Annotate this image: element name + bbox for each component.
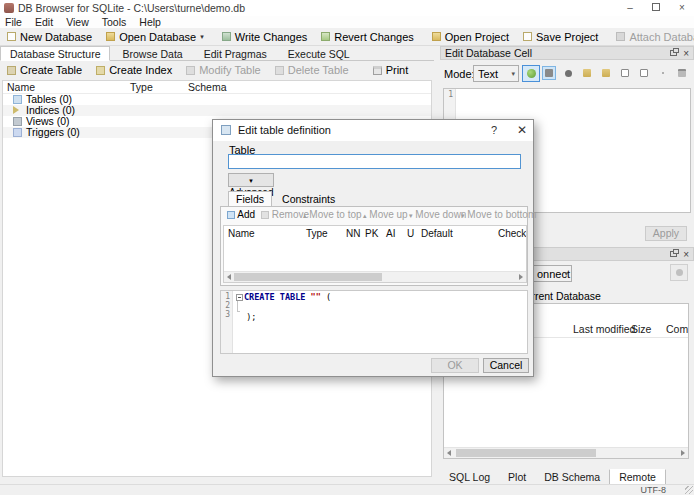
scroll-thumb[interactable] — [234, 273, 382, 281]
tree-column-name[interactable]: Name — [7, 81, 35, 93]
menu-help[interactable]: Help — [134, 16, 166, 28]
main-tab-bar: Database Structure Browse Data Edit Prag… — [0, 46, 434, 61]
edit-table-dialog: Edit table definition ? ✕ Table ▼ Advanc… — [212, 119, 534, 377]
move-top-button: ▴ Move to top — [303, 209, 362, 220]
import-button[interactable] — [580, 66, 594, 80]
text-format-button[interactable] — [542, 66, 556, 80]
save-as-button[interactable] — [618, 66, 632, 80]
scroll-thumb[interactable] — [456, 449, 596, 457]
tab-constraints[interactable]: Constraints — [275, 192, 342, 206]
export-button[interactable] — [599, 66, 613, 80]
dialog-close-button[interactable]: ✕ — [513, 120, 531, 141]
tree-column-schema[interactable]: Schema — [188, 81, 227, 93]
tables-icon — [13, 95, 22, 104]
remote-float-icon[interactable] — [670, 251, 677, 257]
tab-browse-data[interactable]: Browse Data — [114, 47, 192, 61]
overflow-dot — [656, 66, 670, 80]
save-project-button[interactable]: Save Project — [516, 29, 605, 45]
fold-guide-line — [237, 301, 238, 312]
create-index-icon — [96, 66, 105, 75]
tab-db-schema[interactable]: DB Schema — [535, 470, 609, 485]
remote-column-size[interactable]: Size — [631, 323, 651, 335]
tab-plot[interactable]: Plot — [499, 470, 535, 485]
print-cell-button[interactable] — [675, 66, 689, 80]
edit-cell-dock-title: Edit Database Cell — [445, 47, 532, 59]
edit-cell-float-icon[interactable] — [670, 50, 677, 56]
tab-fields[interactable]: Fields — [228, 191, 272, 206]
fields-hscrollbar[interactable] — [224, 271, 526, 282]
fold-collapse-icon[interactable] — [236, 294, 243, 301]
sql-gutter: 1 2 3 — [221, 291, 233, 353]
revert-changes-button[interactable]: Revert Changes — [314, 29, 421, 45]
mode-select[interactable]: Text ▾ — [473, 65, 519, 82]
col-default[interactable]: Default — [421, 228, 453, 239]
minimize-button[interactable]: – — [620, 0, 640, 15]
open-database-icon — [106, 32, 115, 41]
menu-view[interactable]: View — [61, 16, 94, 28]
advanced-button[interactable]: ▼ Advanced — [228, 173, 274, 187]
open-project-icon — [432, 32, 441, 41]
add-field-button[interactable]: Add — [227, 209, 255, 220]
auto-mode-toggle-button[interactable] — [522, 65, 540, 82]
print-button[interactable]: Print — [366, 62, 416, 78]
remote-column-last-modified[interactable]: Last modified — [573, 323, 635, 335]
col-nn[interactable]: NN — [346, 228, 360, 239]
scroll-left-icon[interactable] — [227, 274, 231, 280]
set-null-button[interactable] — [561, 66, 575, 80]
col-name[interactable]: Name — [228, 228, 255, 239]
tree-column-type[interactable]: Type — [130, 81, 153, 93]
dialog-tab-bar: Fields Constraints — [228, 191, 342, 206]
maximize-button[interactable] — [646, 0, 666, 15]
scroll-right-icon[interactable] — [519, 274, 523, 280]
cancel-button[interactable]: Cancel — [483, 358, 529, 373]
write-changes-icon — [222, 32, 231, 41]
tab-edit-pragmas[interactable]: Edit Pragmas — [195, 47, 276, 61]
app-icon — [4, 3, 14, 13]
edit-cell-close-icon[interactable]: × — [683, 48, 689, 60]
table-name-input[interactable] — [228, 154, 521, 169]
dialog-title: Edit table definition — [238, 120, 331, 141]
remote-close-icon[interactable]: × — [683, 249, 689, 261]
open-database-dropdown-icon[interactable]: ▾ — [200, 33, 204, 41]
create-table-button[interactable]: Create Table — [0, 62, 89, 78]
encoding-indicator[interactable]: UTF-8 — [641, 485, 667, 495]
tab-sql-log[interactable]: SQL Log — [440, 470, 499, 485]
fields-grid: Name Type NN PK AI U Default Check — [223, 225, 527, 283]
col-ai[interactable]: AI — [386, 228, 395, 239]
remote-hscrollbar[interactable] — [444, 447, 688, 458]
close-button[interactable]: × — [672, 0, 692, 15]
scroll-left-icon[interactable] — [447, 450, 451, 456]
fields-toolbar: Add Remove ▴ Move to top ▴ Move up ▾ Mov… — [223, 209, 525, 223]
sql-code: CREATE TABLE "" ( ); — [234, 291, 527, 353]
tab-execute-sql[interactable]: Execute SQL — [279, 47, 359, 61]
main-toolbar: New Database Open Database▾ Write Change… — [0, 28, 694, 46]
fullscreen-button[interactable] — [637, 66, 651, 80]
resize-grip[interactable] — [685, 486, 693, 494]
views-icon — [13, 117, 22, 126]
write-changes-button[interactable]: Write Changes — [215, 29, 315, 45]
col-check[interactable]: Check — [498, 228, 526, 239]
set-null-icon — [565, 70, 572, 77]
col-u[interactable]: U — [407, 228, 414, 239]
menu-file[interactable]: File — [0, 16, 27, 28]
revert-changes-icon — [321, 32, 330, 41]
new-database-button[interactable]: New Database — [0, 29, 99, 45]
delete-table-icon — [275, 66, 284, 75]
save-as-icon — [621, 69, 629, 77]
scroll-right-icon[interactable] — [681, 450, 685, 456]
col-type[interactable]: Type — [306, 228, 328, 239]
open-database-button[interactable]: Open Database▾ — [99, 29, 211, 45]
delete-table-button: Delete Table — [268, 62, 356, 78]
col-pk[interactable]: PK — [365, 228, 378, 239]
create-index-button[interactable]: Create Index — [89, 62, 179, 78]
tab-database-structure[interactable]: Database Structure — [0, 46, 110, 61]
dialog-help-button[interactable]: ? — [485, 120, 503, 141]
move-up-icon: ▴ — [363, 212, 367, 219]
menu-edit[interactable]: Edit — [30, 16, 58, 28]
sql-preview-editor: 1 2 3 CREATE TABLE "" ( ); — [220, 290, 528, 354]
remove-field-button: Remove — [261, 209, 309, 220]
edit-cell-toolbar — [542, 66, 689, 80]
remote-column-commit[interactable]: Commit — [666, 323, 689, 335]
open-project-button[interactable]: Open Project — [425, 29, 516, 45]
menu-tools[interactable]: Tools — [97, 16, 132, 28]
